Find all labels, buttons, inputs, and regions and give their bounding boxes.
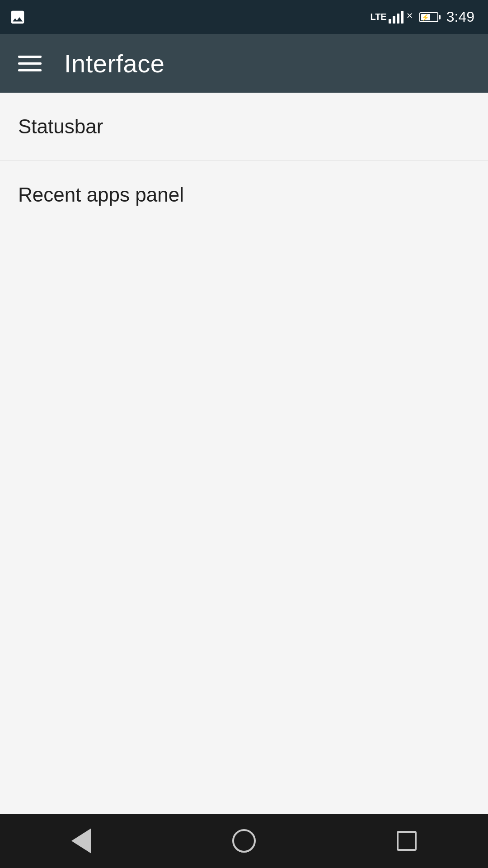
hamburger-line-1 — [18, 56, 42, 58]
list-item-recent-apps-panel-label: Recent apps panel — [18, 184, 184, 206]
nav-bar — [0, 814, 488, 868]
status-bar-left-icons — [9, 9, 26, 26]
hamburger-menu-button[interactable] — [18, 56, 42, 71]
lte-signal-group: LTE ✕ — [370, 11, 413, 24]
signal-x-icon: ✕ — [406, 11, 413, 21]
status-bar-right-icons: LTE ✕ ⚡ 3:49 — [370, 9, 474, 25]
home-button[interactable] — [217, 823, 271, 859]
app-title: Interface — [64, 49, 164, 78]
signal-bar-1 — [389, 19, 391, 24]
list-item-statusbar-label: Statusbar — [18, 115, 103, 137]
hamburger-line-3 — [18, 69, 42, 71]
battery-icon: ⚡ — [419, 12, 438, 22]
status-bar: LTE ✕ ⚡ 3:49 — [0, 0, 488, 34]
status-time: 3:49 — [446, 9, 474, 25]
signal-bar-2 — [393, 16, 395, 24]
list-item-statusbar[interactable]: Statusbar — [0, 93, 488, 161]
back-icon — [71, 828, 91, 854]
home-icon — [232, 829, 256, 853]
hamburger-line-2 — [18, 62, 42, 65]
recents-button[interactable] — [380, 823, 434, 859]
list-item-recent-apps-panel[interactable]: Recent apps panel — [0, 161, 488, 229]
content-area: Statusbar Recent apps panel — [0, 93, 488, 814]
battery-bolt-icon: ⚡ — [422, 14, 429, 21]
signal-bar-4 — [401, 11, 404, 24]
signal-bar-3 — [397, 14, 399, 24]
lte-label: LTE — [370, 12, 386, 22]
battery-container: ⚡ — [419, 12, 438, 22]
battery-fill: ⚡ — [421, 14, 430, 20]
app-bar: Interface — [0, 34, 488, 93]
photo-icon — [9, 9, 26, 26]
back-button[interactable] — [54, 823, 108, 859]
signal-bars — [389, 11, 404, 24]
empty-content-area — [0, 229, 488, 814]
recents-icon — [397, 831, 417, 851]
